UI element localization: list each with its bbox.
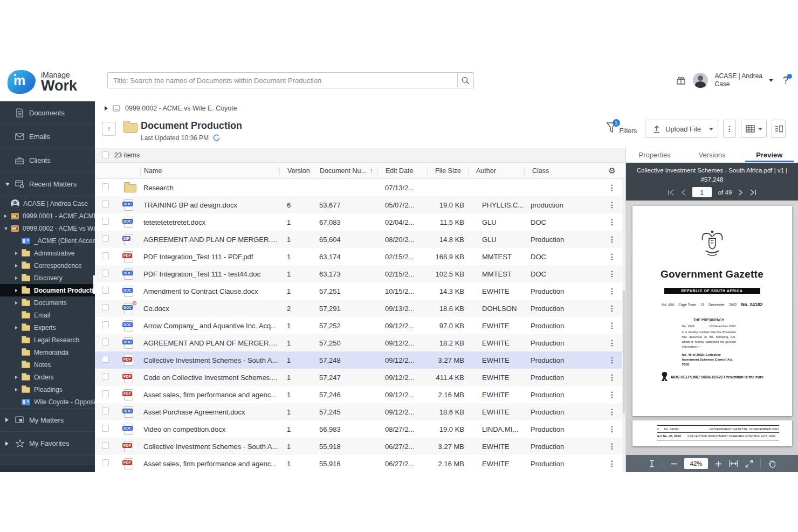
list-scrollbar[interactable]: [622, 179, 625, 472]
upload-file-button[interactable]: Upload File: [645, 120, 709, 138]
sidebar-tree-item[interactable]: _ACME (Client Access): [0, 234, 95, 247]
document-name[interactable]: Video on competition.docx: [140, 425, 279, 433]
sidebar-tree-item[interactable]: Discovery: [0, 272, 95, 284]
row-checkbox[interactable]: [102, 252, 109, 259]
tree-caret-icon[interactable]: [15, 375, 19, 380]
column-header-class[interactable]: Class: [524, 167, 602, 175]
document-name[interactable]: AGREEMENT AND PLAN OF MERGER.zip: [140, 236, 279, 244]
tree-caret-icon[interactable]: [15, 313, 19, 318]
row-menu-icon[interactable]: ⋮: [602, 338, 622, 347]
row-checkbox[interactable]: [102, 321, 109, 328]
tree-caret-icon[interactable]: [4, 201, 9, 206]
document-name[interactable]: Amendment to Contract Clause.docx: [140, 287, 279, 295]
tree-caret-icon[interactable]: [15, 251, 19, 256]
refresh-icon[interactable]: [212, 134, 221, 142]
sidebar-tree-item[interactable]: 0999.0001 - ACME.ACME M: [0, 210, 95, 222]
document-name[interactable]: Collective Investment Schemes - South A.…: [140, 356, 279, 364]
fit-width-icon[interactable]: [729, 460, 738, 467]
table-row[interactable]: PDF Integration_Test 111 - PDF.pdf 1 63,…: [95, 248, 625, 265]
row-menu-icon[interactable]: ⋮: [602, 201, 622, 209]
sidebar-tree-item[interactable]: Legal Research: [0, 334, 95, 346]
tree-caret-icon[interactable]: [15, 362, 19, 368]
document-name[interactable]: AGREEMENT AND PLAN OF MERGER.docx: [140, 339, 279, 347]
sidebar-tree-item[interactable]: Memoranda: [0, 346, 95, 358]
tree-caret-icon[interactable]: [15, 238, 19, 244]
tab-versions[interactable]: Versions: [683, 148, 740, 162]
tree-caret-icon[interactable]: [15, 300, 19, 306]
sidebar-item-my-favorites[interactable]: My Favorites: [0, 432, 95, 455]
document-name[interactable]: tetetetetetretet.docx: [140, 218, 279, 226]
search-input[interactable]: [108, 73, 457, 88]
table-row[interactable]: AGREEMENT AND PLAN OF MERGER.docx 1 57,2…: [95, 334, 625, 351]
imanage-work-logo[interactable]: m iManage Work: [8, 70, 77, 94]
zoom-level-input[interactable]: [684, 458, 708, 469]
tree-caret-icon[interactable]: [4, 226, 9, 231]
sidebar-item-emails[interactable]: Emails: [0, 125, 95, 149]
row-menu-icon[interactable]: ⋮: [602, 442, 622, 451]
more-actions-button[interactable]: ⋮: [723, 120, 736, 138]
upload-options-button[interactable]: [704, 120, 718, 138]
row-menu-icon[interactable]: ⋮: [602, 304, 622, 313]
document-name[interactable]: Asset sales, firm performance and agenc.…: [140, 391, 279, 399]
page-number-input[interactable]: [692, 187, 712, 197]
row-checkbox[interactable]: [102, 201, 109, 208]
row-checkbox[interactable]: [102, 373, 109, 380]
sidebar-tree-item[interactable]: Correspondence: [0, 259, 95, 272]
next-page-icon[interactable]: [738, 189, 743, 196]
document-name[interactable]: Co.docx: [140, 305, 279, 313]
table-row[interactable]: AGREEMENT AND PLAN OF MERGER.zip 1 65,60…: [95, 231, 625, 248]
table-row[interactable]: Code on Collective Investment Schemes...…: [95, 369, 625, 386]
zoom-out-icon[interactable]: [670, 460, 677, 467]
view-mode-button[interactable]: [741, 120, 767, 138]
help-icon[interactable]: ?: [783, 75, 788, 86]
tree-caret-icon[interactable]: [15, 263, 19, 268]
document-name[interactable]: Asset Purchase Agreement.docx: [140, 408, 279, 416]
previous-page-icon[interactable]: [681, 189, 686, 196]
row-checkbox[interactable]: [102, 304, 109, 311]
document-name[interactable]: TRAINING BP ad design.docx: [140, 201, 279, 209]
tree-caret-icon[interactable]: [15, 387, 19, 392]
table-row[interactable]: Co.docx 2 57,291 09/13/2... 18.6 KB DOHL…: [95, 300, 625, 317]
tree-caret-icon[interactable]: [15, 337, 19, 343]
row-menu-icon[interactable]: ⋮: [602, 407, 622, 416]
breadcrumb-caret-icon[interactable]: [105, 106, 108, 110]
tree-caret-icon[interactable]: [15, 288, 19, 293]
column-header-name[interactable]: Name: [140, 167, 279, 175]
table-row[interactable]: Collective Investment Schemes - South A.…: [95, 438, 625, 455]
row-checkbox[interactable]: [102, 442, 109, 449]
document-name[interactable]: Collective Investment Schemes - South A.…: [140, 443, 279, 451]
column-header-document-number[interactable]: Document Nu...↑: [312, 167, 377, 175]
sidebar-tree-item[interactable]: Document Production: [0, 284, 95, 296]
whats-new-gift-icon[interactable]: [676, 75, 686, 86]
user-menu-caret-icon[interactable]: [769, 79, 773, 82]
table-row[interactable]: PDF Integration_Test 111 - test44.doc 1 …: [95, 265, 625, 282]
up-level-button[interactable]: ↑: [102, 122, 116, 136]
table-row[interactable]: TRAINING BP ad design.docx 6 53,677 05/0…: [95, 196, 625, 213]
document-name[interactable]: PDF Integration_Test 111 - test44.doc: [140, 270, 279, 278]
sidebar-item-recent-matters[interactable]: Recent Matters: [0, 172, 95, 196]
column-header-edit-date[interactable]: Edit Date: [377, 167, 427, 175]
sidebar-tree-item[interactable]: Pleadings: [0, 383, 95, 396]
select-all-checkbox[interactable]: [102, 151, 109, 158]
row-menu-icon[interactable]: ⋮: [602, 390, 622, 399]
sidebar-item-my-matters[interactable]: My Matters: [0, 408, 95, 432]
fullscreen-icon[interactable]: [745, 460, 753, 468]
filters-button[interactable]: 1 Filters: [606, 122, 637, 136]
tree-caret-icon[interactable]: [4, 213, 9, 219]
tab-properties[interactable]: Properties: [626, 148, 683, 162]
sidebar-item-documents[interactable]: Documents: [0, 101, 95, 125]
sidebar-tree-item[interactable]: Administrative: [0, 247, 95, 259]
panel-layout-button[interactable]: [772, 120, 786, 138]
breadcrumb-matter-link[interactable]: 0999.0002 - ACME vs Wile E. Coyote: [125, 105, 237, 112]
row-checkbox[interactable]: [102, 459, 109, 466]
column-settings-gear-icon[interactable]: ⚙: [602, 167, 622, 175]
tree-caret-icon[interactable]: [15, 350, 19, 355]
row-menu-icon[interactable]: ⋮: [602, 356, 622, 364]
sidebar-tree-item[interactable]: Wile Coyote - Opposing: [0, 396, 95, 408]
tree-caret-icon[interactable]: [15, 275, 19, 281]
table-row[interactable]: Video on competition.docx 1 56,983 08/27…: [95, 420, 625, 438]
table-row[interactable]: Amendment to Contract Clause.docx 1 57,2…: [95, 282, 625, 300]
document-name[interactable]: Arrow Company_ and Aquantive Inc. Acq...: [140, 322, 279, 330]
tree-caret-icon[interactable]: [15, 325, 19, 330]
column-header-author[interactable]: Author: [468, 167, 524, 175]
